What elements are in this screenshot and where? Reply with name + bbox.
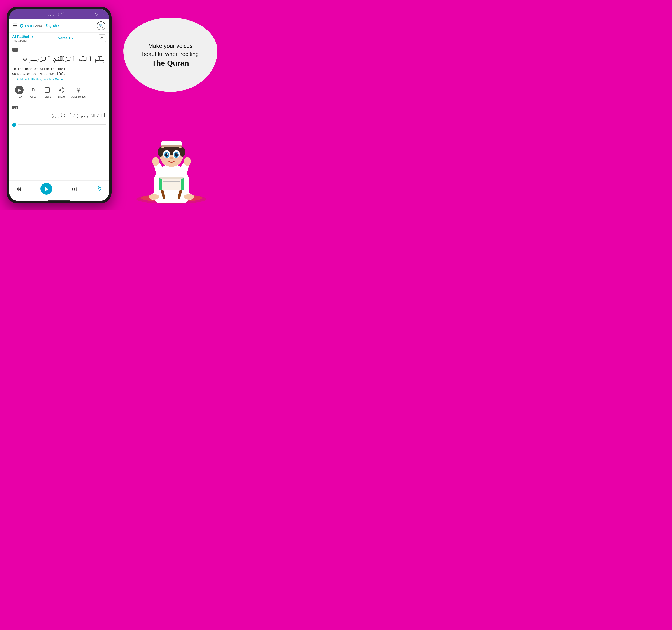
surah-title: ٱلْفَاتِحَة (47, 12, 65, 17)
search-icon: 🔍 (99, 23, 103, 28)
verse-selector[interactable]: Verse 1 ▾ (58, 36, 73, 41)
refresh-icon[interactable]: ↻ (94, 11, 98, 17)
phone-device: ← ٱلْفَاتِحَة ↻ ⋮ ☰ Quran .com English ▾ (6, 6, 112, 203)
chapter-name-arrow-icon: ▾ (31, 34, 33, 39)
verse-actions: ▶ Play ⧉ Copy (12, 84, 106, 101)
navbar: ☰ Quran .com English ▾ 🔍 (9, 19, 109, 32)
quran-logo-text: Quran (20, 23, 34, 29)
next-button[interactable]: ⏭ (72, 186, 77, 192)
verse-arrow-icon: ▾ (71, 36, 73, 41)
verse-label-text: Verse 1 (58, 36, 70, 40)
copy-label: Copy (30, 95, 36, 98)
svg-point-22 (180, 147, 185, 157)
svg-line-52 (61, 89, 62, 90)
svg-point-51 (62, 91, 64, 92)
verse-2-arabic: ٱلۡحَمۡدُ لِلَّهِ رَبِّ ٱلۡعَٰلَمِينَ (12, 112, 106, 119)
svg-point-10 (152, 157, 159, 166)
player-extra-button[interactable] (96, 185, 102, 193)
back-button[interactable]: ← (13, 11, 18, 17)
verse-2-badge: 1:2 (12, 106, 18, 110)
progress-indicator (12, 123, 16, 127)
svg-point-33 (177, 157, 183, 160)
speech-line-3: The Quran (152, 59, 189, 67)
speech-bubble: Make your voices beautiful when reciting… (123, 18, 217, 92)
verse-2-card: 1:2 ٱلۡحَمۡدُ لِلَّهِ رَبِّ ٱلۡعَٰلَمِين… (9, 103, 109, 121)
chapter-name-text: Al-Fatihah (12, 34, 30, 39)
play-button[interactable]: ▶ Play (12, 84, 26, 99)
svg-rect-37 (160, 178, 183, 190)
svg-point-49 (62, 88, 64, 89)
phone-screen: ← ٱلْفَاتِحَة ↻ ⋮ ☰ Quran .com English ▾ (9, 9, 109, 201)
search-button[interactable]: 🔍 (97, 21, 105, 30)
verse-content-area: 1:1 بِسۡمِ ٱللَّهِ ٱلرَّحۡمَٰنِ ٱلرَّحِي… (9, 44, 109, 180)
svg-point-54 (78, 89, 79, 91)
language-arrow-icon: ▾ (58, 24, 59, 27)
player-play-icon: ▶ (45, 186, 49, 192)
verse-1-credit: — Dr. Mustafa Khattab, the Clear Quran (12, 77, 106, 81)
svg-point-50 (59, 89, 61, 91)
copy-icon: ⧉ (29, 86, 38, 94)
quranreflect-label: QuranReflect (71, 95, 87, 98)
tafsirs-button[interactable]: Tafsirs (40, 84, 54, 99)
share-label: Share (58, 95, 65, 98)
quran-dot-com: .com (34, 24, 42, 28)
copy-button[interactable]: ⧉ Copy (26, 84, 40, 99)
chapter-subtitle: The Opener (12, 39, 33, 42)
verse-1-badge: 1:1 (12, 48, 18, 52)
quranreflect-icon (74, 86, 83, 94)
tafsirs-label: Tafsirs (44, 95, 51, 98)
tafsirs-icon (43, 86, 52, 94)
progress-track (18, 124, 106, 125)
svg-point-31 (170, 157, 173, 159)
verse-1-card: 1:1 بِسۡمِ ٱللَّهِ ٱلرَّحۡمَٰنِ ٱلرَّحِي… (9, 44, 109, 103)
verse-1-arabic: بِسۡمِ ٱللَّهِ ٱلرَّحۡمَٰنِ ٱلرَّحِيمِ ① (12, 54, 106, 64)
svg-rect-39 (181, 178, 184, 190)
svg-point-7 (184, 194, 194, 199)
svg-line-53 (61, 90, 62, 91)
language-label: English (45, 24, 57, 28)
chapter-info: Al-Fatihah ▾ The Opener (12, 34, 33, 42)
phone-topbar: ← ٱلْفَاتِحَة ↻ ⋮ (9, 9, 109, 19)
speech-line-1: Make your voices (148, 42, 192, 50)
svg-point-40 (159, 176, 184, 179)
share-button[interactable]: Share (54, 84, 68, 99)
play-label: Play (17, 95, 22, 98)
language-selector[interactable]: English ▾ (45, 24, 59, 28)
boy-illustration (128, 114, 215, 205)
svg-rect-38 (159, 178, 162, 190)
svg-point-6 (148, 194, 160, 199)
topbar-icons: ↻ ⋮ (94, 11, 105, 17)
speech-line-2: beautiful when reciting (142, 50, 199, 58)
verse-1-translation: In the Name of Allah—the Most Compassion… (12, 67, 106, 77)
previous-button[interactable]: ⏮ (16, 186, 21, 192)
share-icon (57, 86, 66, 94)
more-options-icon[interactable]: ⋮ (101, 11, 105, 17)
hamburger-menu-icon[interactable]: ☰ (13, 23, 17, 29)
svg-point-26 (167, 153, 168, 155)
svg-point-30 (176, 153, 177, 155)
chapter-bar: Al-Fatihah ▾ The Opener Verse 1 ▾ ⚙ (9, 32, 109, 44)
svg-point-21 (158, 147, 163, 157)
settings-icon: ⚙ (100, 36, 104, 41)
svg-point-11 (184, 157, 191, 166)
player-play-button[interactable]: ▶ (41, 183, 52, 195)
bottom-player: ⏮ ▶ ⏭ (9, 180, 109, 199)
play-icon: ▶ (15, 86, 24, 94)
phone-outer: ← ٱلْفَاتِحَة ↻ ⋮ ☰ Quran .com English ▾ (6, 6, 112, 203)
quran-logo: Quran .com (20, 23, 42, 29)
audio-progress-bar[interactable] (9, 121, 109, 129)
settings-button[interactable]: ⚙ (98, 34, 106, 42)
chapter-name-selector[interactable]: Al-Fatihah ▾ (12, 34, 33, 39)
home-indicator (48, 200, 70, 201)
svg-point-32 (161, 157, 166, 160)
quranreflect-button[interactable]: QuranReflect (68, 84, 89, 99)
